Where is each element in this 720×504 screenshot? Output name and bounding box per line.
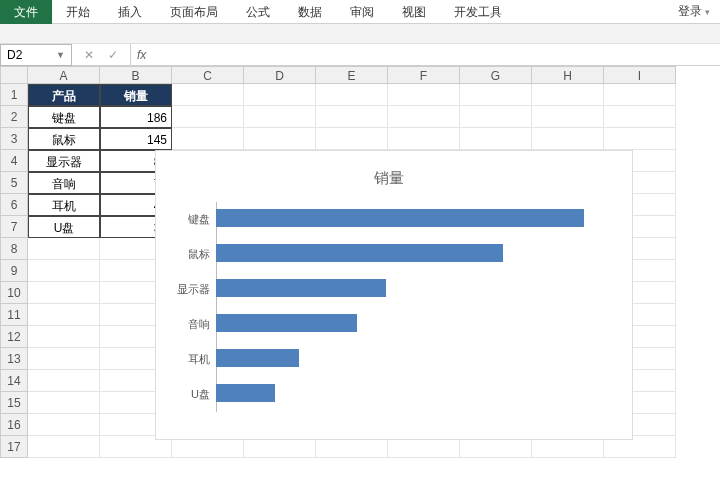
row-header[interactable]: 8	[0, 238, 28, 260]
chart-bar	[216, 349, 299, 367]
cell[interactable]	[316, 84, 388, 106]
ribbon-tab[interactable]: 数据	[284, 0, 336, 24]
cell[interactable]	[28, 392, 100, 414]
cell[interactable]	[28, 414, 100, 436]
cell[interactable]	[388, 106, 460, 128]
ribbon-tab[interactable]: 审阅	[336, 0, 388, 24]
column-header[interactable]: E	[316, 66, 388, 84]
fx-label[interactable]: fx	[130, 44, 146, 65]
cell[interactable]	[244, 128, 316, 150]
row-header[interactable]: 12	[0, 326, 28, 348]
enter-icon[interactable]: ✓	[108, 48, 118, 62]
cell[interactable]	[28, 370, 100, 392]
formula-bar: D2 ▼ ✕ ✓ fx	[0, 44, 720, 66]
chart[interactable]: 销量 键盘鼠标显示器音响耳机U盘	[155, 150, 633, 440]
cell[interactable]	[172, 106, 244, 128]
cell[interactable]: 键盘	[28, 106, 100, 128]
cell[interactable]	[532, 128, 604, 150]
row-header[interactable]: 2	[0, 106, 28, 128]
cell[interactable]	[604, 106, 676, 128]
cell[interactable]	[388, 84, 460, 106]
cell[interactable]	[28, 348, 100, 370]
row-header[interactable]: 11	[0, 304, 28, 326]
cell[interactable]	[604, 84, 676, 106]
chart-bar	[216, 209, 584, 227]
row-header[interactable]: 5	[0, 172, 28, 194]
column-header[interactable]: B	[100, 66, 172, 84]
ribbon-tab[interactable]: 视图	[388, 0, 440, 24]
row-header[interactable]: 7	[0, 216, 28, 238]
row-header[interactable]: 17	[0, 436, 28, 458]
row-header[interactable]: 10	[0, 282, 28, 304]
cell[interactable]	[460, 128, 532, 150]
ribbon-tab[interactable]: 页面布局	[156, 0, 232, 24]
cell[interactable]: 鼠标	[28, 128, 100, 150]
cell[interactable]	[244, 84, 316, 106]
row-header[interactable]: 16	[0, 414, 28, 436]
cell[interactable]	[172, 84, 244, 106]
cell[interactable]	[172, 128, 244, 150]
chevron-down-icon[interactable]: ▼	[56, 50, 65, 60]
chart-bar	[216, 244, 503, 262]
row-header[interactable]: 3	[0, 128, 28, 150]
cell[interactable]	[28, 260, 100, 282]
login-button[interactable]: 登录 ▾	[668, 3, 720, 20]
cell[interactable]	[316, 106, 388, 128]
row-header[interactable]: 14	[0, 370, 28, 392]
cell[interactable]: 耳机	[28, 194, 100, 216]
chart-bar-row: 显示器	[166, 272, 612, 307]
column-header[interactable]: H	[532, 66, 604, 84]
column-header[interactable]: I	[604, 66, 676, 84]
cell[interactable]	[28, 326, 100, 348]
cell[interactable]: 显示器	[28, 150, 100, 172]
row-header[interactable]: 6	[0, 194, 28, 216]
row-header[interactable]: 13	[0, 348, 28, 370]
cell[interactable]	[244, 106, 316, 128]
chart-bar-row: 音响	[166, 307, 612, 342]
column-header[interactable]: D	[244, 66, 316, 84]
cell[interactable]	[388, 128, 460, 150]
cell[interactable]: 销量	[100, 84, 172, 106]
row-header[interactable]: 15	[0, 392, 28, 414]
cell[interactable]	[532, 106, 604, 128]
cell[interactable]: 产品	[28, 84, 100, 106]
cell[interactable]	[28, 436, 100, 458]
ribbon-tab[interactable]: 公式	[232, 0, 284, 24]
column-header[interactable]: C	[172, 66, 244, 84]
cell[interactable]: 186	[100, 106, 172, 128]
column-header[interactable]: F	[388, 66, 460, 84]
chart-bar	[216, 314, 357, 332]
cell[interactable]: 145	[100, 128, 172, 150]
chart-category-label: 音响	[166, 317, 216, 332]
name-box[interactable]: D2 ▼	[0, 44, 72, 66]
chevron-down-icon: ▾	[705, 7, 710, 17]
cell[interactable]	[460, 106, 532, 128]
login-label: 登录	[678, 4, 702, 18]
cell[interactable]	[28, 238, 100, 260]
row-header[interactable]: 1	[0, 84, 28, 106]
select-all-corner[interactable]	[0, 66, 28, 84]
row-header[interactable]: 9	[0, 260, 28, 282]
cell[interactable]	[532, 84, 604, 106]
ribbon-strip	[0, 24, 720, 44]
ribbon: 文件 开始插入页面布局公式数据审阅视图开发工具 登录 ▾	[0, 0, 720, 24]
chart-bar-row: 鼠标	[166, 237, 612, 272]
chart-bar-row: 耳机	[166, 342, 612, 377]
chart-category-label: 耳机	[166, 352, 216, 367]
cell[interactable]	[28, 282, 100, 304]
cell[interactable]	[28, 304, 100, 326]
cell[interactable]	[460, 84, 532, 106]
tab-file[interactable]: 文件	[0, 0, 52, 24]
column-header[interactable]: G	[460, 66, 532, 84]
column-header[interactable]: A	[28, 66, 100, 84]
cell[interactable]: 音响	[28, 172, 100, 194]
name-box-value: D2	[7, 48, 22, 62]
cell[interactable]	[604, 128, 676, 150]
cell[interactable]: U盘	[28, 216, 100, 238]
ribbon-tab[interactable]: 开始	[52, 0, 104, 24]
ribbon-tab[interactable]: 开发工具	[440, 0, 516, 24]
ribbon-tab[interactable]: 插入	[104, 0, 156, 24]
cancel-icon[interactable]: ✕	[84, 48, 94, 62]
row-header[interactable]: 4	[0, 150, 28, 172]
cell[interactable]	[316, 128, 388, 150]
